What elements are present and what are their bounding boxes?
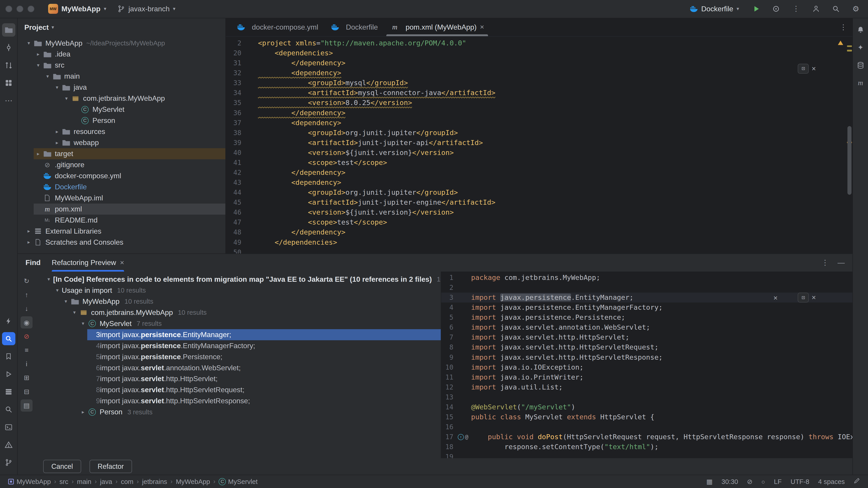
code-line[interactable]: 40 <version>${junit.version}</version>	[226, 148, 852, 158]
chevron-down-icon[interactable]: ▾	[61, 298, 70, 304]
settings-button[interactable]: ⚙	[849, 2, 863, 15]
code-line[interactable]: 43 <dependency>	[226, 177, 852, 188]
options-icon[interactable]: ⋮	[822, 259, 829, 266]
result-row[interactable]: 3 import javax.persistence.EntityManager…	[35, 329, 441, 340]
project-widget[interactable]: MW MyWebApp ▾	[44, 2, 110, 15]
tree-row[interactable]: ⊘.gitignore	[18, 159, 225, 170]
scrollbar-thumb[interactable]	[847, 126, 851, 195]
code-line[interactable]: 37 <dependency>	[226, 118, 852, 128]
caret-position[interactable]: 30:30	[721, 478, 738, 486]
code-with-me-button[interactable]	[809, 2, 823, 15]
chevron-down-icon[interactable]: ▾	[53, 85, 61, 90]
exclude-tool-button[interactable]: ⊘	[21, 330, 33, 343]
code-line[interactable]: 47 <scope>test</scope>	[226, 217, 852, 227]
chevron-down-icon[interactable]: ▾	[24, 40, 33, 46]
code-line[interactable]: 7import javax.servlet.http.HttpServlet;	[441, 332, 852, 342]
result-row[interactable]: 7 import javax.servlet.http.HttpServlet;	[35, 373, 441, 384]
expand-all-tool-button[interactable]: ⊞	[21, 372, 33, 384]
code-line[interactable]: 6import javax.servlet.annotation.WebServ…	[441, 322, 852, 332]
code-line[interactable]: 15public class MyServlet extends HttpSer…	[441, 412, 852, 422]
code-line[interactable]: 3import javax.persistence.EntityManager;	[441, 293, 852, 302]
write-access-widget[interactable]	[854, 477, 860, 486]
project-tool-button[interactable]	[2, 23, 16, 37]
branch-widget[interactable]: javax-branch ▾	[114, 3, 179, 15]
code-line[interactable]: 41 <scope>test</scope>	[226, 158, 852, 168]
chevron-down-icon[interactable]: ▾	[52, 25, 54, 30]
inline-action-button[interactable]: ⊡	[798, 64, 809, 74]
dismiss-highlight-button[interactable]: ×	[773, 293, 778, 303]
result-row[interactable]: 9 import javax.servlet.http.HttpServletR…	[35, 395, 441, 406]
highlight-level-widget[interactable]: ⊘	[747, 478, 753, 486]
breadcrumb-item[interactable]: CMyServlet	[219, 478, 257, 486]
code-line[interactable]: 9import javax.servlet.http.HttpServletRe…	[441, 352, 852, 362]
tree-row[interactable]: ▾main	[18, 71, 225, 82]
tree-row[interactable]: ▾java	[18, 82, 225, 93]
close-window-button[interactable]	[5, 6, 12, 12]
layout-widget[interactable]: ▦	[706, 478, 713, 486]
code-line[interactable]: 11import java.io.PrintWriter;	[441, 372, 852, 382]
override-icon[interactable]: ↑	[458, 434, 464, 440]
code-line[interactable]: 44 <groupId>org.junit.jupiter</groupId>	[226, 188, 852, 197]
tree-row[interactable]: MyWebApp.iml	[18, 193, 225, 203]
find-tool-button[interactable]	[2, 332, 16, 346]
result-row[interactable]: ▾com.jetbrains.MyWebApp10 results	[35, 307, 441, 318]
code-line[interactable]: 35 <version>8.0.25</version>	[226, 98, 852, 108]
minimize-icon[interactable]: —	[837, 259, 845, 266]
zoom-window-button[interactable]	[28, 6, 34, 12]
editor-scrollbar[interactable]	[846, 37, 852, 254]
run-button[interactable]	[749, 2, 763, 15]
previous-occurrence-tool-button[interactable]: ↑	[21, 289, 33, 301]
code-line[interactable]: 1package com.jetbrains.MyWebApp;	[441, 273, 852, 283]
code-line[interactable]: 42 </dependency>	[226, 168, 852, 177]
follow-selection-tool-button[interactable]: ◉	[21, 316, 33, 328]
notifications-tool-button[interactable]	[854, 23, 867, 37]
result-row[interactable]: 5 import javax.persistence.Persistence;	[35, 351, 441, 362]
chevron-down-icon[interactable]: ▾	[79, 321, 88, 326]
breadcrumb-item[interactable]: MyWebApp	[176, 478, 210, 486]
bookmarks-tool-button[interactable]	[2, 350, 16, 363]
result-row[interactable]: ▾MyWebApp10 results	[35, 296, 441, 307]
tree-row[interactable]: ▸resources	[18, 126, 225, 137]
git-tool-button[interactable]	[2, 456, 16, 469]
code-line[interactable]: 2	[441, 283, 852, 293]
chevron-right-icon[interactable]: ▸	[53, 129, 61, 135]
tree-row[interactable]: ▾src	[18, 60, 225, 71]
maven-tool-tool-button[interactable]: m	[854, 76, 867, 90]
indent-style[interactable]: 4 spaces	[818, 478, 845, 486]
code-line[interactable]: 33 <groupId>mysql</groupId>	[226, 78, 852, 88]
sync-status-widget[interactable]: ○	[761, 478, 765, 486]
run-config-widget[interactable]: Dockerfile ▾	[686, 3, 743, 15]
more-tool-button[interactable]: ⋯	[2, 94, 16, 107]
run-tool-button[interactable]	[2, 367, 16, 381]
result-row[interactable]: ▾Usage in import10 results	[35, 285, 441, 296]
result-row[interactable]: ▾CMyServlet7 results	[35, 318, 441, 329]
code-line[interactable]: 19	[441, 452, 852, 458]
file-encoding[interactable]: UTF-8	[790, 478, 809, 486]
code-line[interactable]: 45 <artifactId>junit-jupiter-engine</art…	[226, 197, 852, 207]
breadcrumb-item[interactable]: com	[121, 478, 133, 486]
chevron-down-icon[interactable]: ▾	[53, 287, 62, 293]
code-line[interactable]: 12import java.util.List;	[441, 382, 852, 392]
pull-requests-tool-button[interactable]	[2, 59, 16, 72]
code-line[interactable]: 4import javax.persistence.EntityManagerF…	[441, 302, 852, 313]
breadcrumb-item[interactable]: MyWebApp	[8, 478, 51, 486]
inline-close-button[interactable]: ×	[812, 294, 816, 301]
problems-tool-button[interactable]	[2, 438, 16, 452]
info-tool-button[interactable]: i	[21, 358, 33, 370]
editor-tab[interactable]: docker-compose.yml	[230, 18, 324, 36]
code-line[interactable]: 50	[226, 248, 852, 254]
chevron-right-icon[interactable]: ▸	[79, 409, 88, 415]
tree-row[interactable]: ▸Scratches and Consoles	[18, 237, 225, 248]
chevron-right-icon[interactable]: ▸	[34, 51, 42, 57]
options-icon[interactable]: ⋮	[840, 24, 847, 31]
result-row[interactable]: ▾[In Code] References in code to element…	[35, 274, 441, 285]
chevron-down-icon[interactable]: ▾	[43, 73, 52, 79]
search-everywhere-button[interactable]	[829, 2, 843, 15]
preview-tool-button[interactable]: ▤	[21, 399, 33, 412]
code-line[interactable]: 5import javax.persistence.Persistence;	[441, 313, 852, 322]
collapse-all-tool-button[interactable]: ⊟	[21, 385, 33, 398]
tree-row[interactable]: M↓README.md	[18, 215, 225, 226]
code-line[interactable]: 8import javax.servlet.http.HttpServletRe…	[441, 342, 852, 352]
editor-tab[interactable]: mpom.xml (MyWebApp)×	[384, 18, 490, 36]
code-line[interactable]: 18 response.setContentType("text/html");	[441, 442, 852, 452]
